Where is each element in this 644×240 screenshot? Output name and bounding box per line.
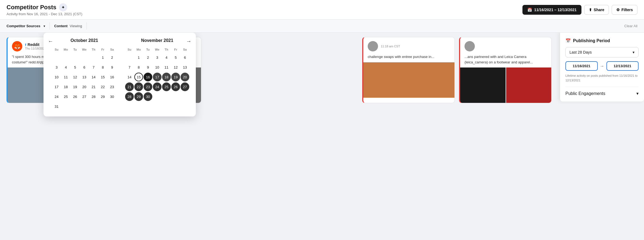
oct-9[interactable]: 9	[108, 63, 116, 72]
start-date-input[interactable]: 11/16/2021	[565, 61, 598, 71]
oct-13[interactable]: 13	[80, 73, 89, 81]
col-tu: Tu	[71, 47, 79, 52]
calendar-prev-button[interactable]: ←	[48, 38, 53, 44]
post-time-3: 11:18 am CST	[381, 45, 450, 48]
nov-9[interactable]: 9	[144, 63, 152, 72]
sources-chevron[interactable]: ▾	[44, 24, 45, 28]
oct-19[interactable]: 19	[71, 82, 79, 91]
col-sa: Sa	[108, 47, 116, 52]
oct-10[interactable]: 10	[52, 73, 61, 81]
pub-title-text: Publishing Period	[573, 38, 610, 43]
pub-info-text: Lifetime activity on posts published fro…	[565, 73, 639, 82]
col-th: Th	[89, 47, 98, 52]
nov-16[interactable]: 16	[144, 73, 152, 81]
source-name: Reddit	[27, 42, 39, 47]
oct-18[interactable]: 18	[61, 82, 70, 91]
content-filter[interactable]: Content Viewing	[50, 22, 86, 30]
oct-20[interactable]: 20	[80, 82, 89, 91]
nov-13[interactable]: 13	[181, 63, 189, 72]
post-header-4	[460, 37, 551, 54]
oct-30[interactable]: 30	[108, 92, 116, 101]
nov-29[interactable]: 29	[134, 92, 143, 101]
oct-6[interactable]: 6	[80, 63, 89, 72]
nov-2[interactable]: 2	[144, 53, 152, 62]
october-grid: Su Mo Tu We Th Fr Sa 1 2 3 4 5 6 7	[52, 47, 116, 111]
clear-all-button[interactable]: Clear All	[624, 24, 637, 28]
october-title: October 2021	[52, 38, 116, 43]
oct-15[interactable]: 15	[98, 73, 107, 81]
nov-20[interactable]: 20	[181, 73, 189, 81]
nov-18[interactable]: 18	[162, 73, 171, 81]
nov-19[interactable]: 19	[171, 73, 180, 81]
oct-31[interactable]: 31	[52, 102, 61, 111]
share-icon: ⬆	[589, 8, 592, 12]
post-header-3: 11:18 am CST	[363, 37, 454, 54]
oct-1[interactable]: 1	[98, 53, 107, 62]
nov-7[interactable]: 7	[125, 63, 134, 72]
nov-5[interactable]: 5	[171, 53, 180, 62]
oct-21[interactable]: 21	[89, 82, 98, 91]
nov-6[interactable]: 6	[181, 53, 189, 62]
oct-12[interactable]: 12	[71, 73, 79, 81]
oct-26[interactable]: 26	[71, 92, 79, 101]
nov-21[interactable]: 21	[125, 82, 134, 91]
oct-22[interactable]: 22	[98, 82, 107, 91]
nov-22[interactable]: 22	[134, 82, 143, 91]
nov-25[interactable]: 25	[162, 82, 171, 91]
oct-5[interactable]: 5	[71, 63, 79, 72]
subtitle: Activity from Nov 16, 2021 - Dec 13, 202…	[7, 12, 82, 16]
end-date-input[interactable]: 12/13/2021	[606, 61, 639, 71]
oct-4[interactable]: 4	[61, 63, 70, 72]
nov-30[interactable]: 30	[144, 92, 152, 101]
pub-period-dropdown[interactable]: Last 28 Days ▾	[565, 47, 639, 57]
date-range-button[interactable]: 📅 11/16/2021 – 12/13/2021	[522, 5, 581, 15]
post-card-3: 11:18 am CST challenge swaps with entree…	[362, 37, 455, 103]
oct-11[interactable]: 11	[61, 73, 70, 81]
post-card-4: ...ans partnered with and Leica Camera (…	[459, 37, 552, 103]
oct-28[interactable]: 28	[89, 92, 98, 101]
nov-11[interactable]: 11	[162, 63, 171, 72]
october-calendar: October 2021 Su Mo Tu We Th Fr Sa 1 2 3 …	[50, 38, 119, 111]
nov-28[interactable]: 28	[125, 92, 134, 101]
oct-29[interactable]: 29	[98, 92, 107, 101]
date-arrow: →	[600, 64, 604, 69]
nov-24[interactable]: 24	[153, 82, 162, 91]
oct-8[interactable]: 8	[98, 63, 107, 72]
date-inputs: 11/16/2021 → 12/13/2021	[565, 61, 639, 71]
sources-filter[interactable]: Competitor Sources ▾	[7, 22, 50, 30]
oct-27[interactable]: 27	[80, 92, 89, 101]
nov-col-we: We	[153, 47, 162, 52]
nov-8[interactable]: 8	[134, 63, 143, 72]
nov-15[interactable]: 15	[134, 73, 143, 81]
share-label: Share	[594, 8, 604, 12]
avatar: 🦊	[12, 41, 22, 51]
nov-col-sa: Sa	[181, 47, 189, 52]
oct-17[interactable]: 17	[52, 82, 61, 91]
page-title: Competitor Posts ✦	[7, 3, 82, 11]
oct-25[interactable]: 25	[61, 92, 70, 101]
nov-col-fr: Fr	[171, 47, 180, 52]
oct-2[interactable]: 2	[108, 53, 116, 62]
nov-12[interactable]: 12	[171, 63, 180, 72]
nov-26[interactable]: 26	[171, 82, 180, 91]
nov-14[interactable]: 14	[125, 73, 134, 81]
nov-17[interactable]: 17	[153, 73, 162, 81]
november-grid: Su Mo Tu We Th Fr Sa 1 2 3 4 5 6 7 8 9 1…	[125, 47, 189, 101]
oct-16[interactable]: 16	[108, 73, 116, 81]
nov-10[interactable]: 10	[153, 63, 162, 72]
nov-1[interactable]: 1	[134, 53, 143, 62]
oct-24[interactable]: 24	[52, 92, 61, 101]
nov-23[interactable]: 23	[144, 82, 152, 91]
public-engagements-section[interactable]: Public Engagements ▾	[565, 87, 639, 96]
filters-button[interactable]: ⚙ Filters	[612, 5, 637, 15]
header: Competitor Posts ✦ Activity from Nov 16,…	[0, 0, 644, 20]
oct-23[interactable]: 23	[108, 82, 116, 91]
nov-4[interactable]: 4	[162, 53, 171, 62]
share-button[interactable]: ⬆ Share	[584, 5, 609, 15]
nov-3[interactable]: 3	[153, 53, 162, 62]
oct-3[interactable]: 3	[52, 63, 61, 72]
oct-14[interactable]: 14	[89, 73, 98, 81]
oct-7[interactable]: 7	[89, 63, 98, 72]
calendar-next-button[interactable]: →	[186, 38, 191, 44]
nov-27[interactable]: 27	[181, 82, 189, 91]
